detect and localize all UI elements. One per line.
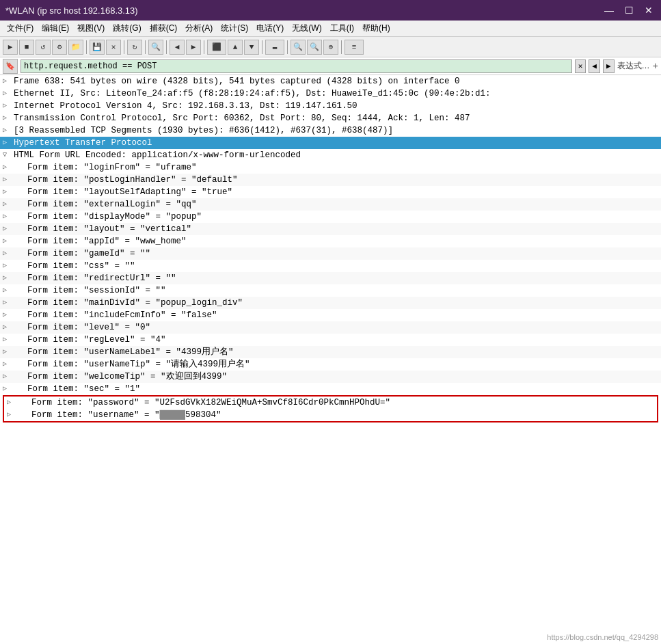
toolbar-mark[interactable]: ⬛ bbox=[207, 40, 226, 55]
form-item-row[interactable]: ▷Form item: "layout" = "vertical" bbox=[0, 223, 661, 235]
form-item-row[interactable]: ▷Form item: "regLevel" = "4" bbox=[0, 334, 661, 346]
expand-icon-form-item[interactable]: ▷ bbox=[3, 186, 12, 198]
form-item-row[interactable]: ▷Form item: "includeFcmInfo" = "false" bbox=[0, 309, 661, 321]
http-row[interactable]: ▷ Hypertext Transfer Protocol bbox=[0, 137, 661, 149]
toolbar-forward[interactable]: ▶ bbox=[186, 40, 201, 55]
expand-icon-http[interactable]: ▷ bbox=[3, 137, 12, 149]
expand-icon-username[interactable]: ▷ bbox=[7, 409, 16, 421]
toolbar-reload[interactable]: ↻ bbox=[127, 40, 142, 55]
ethernet-row[interactable]: ▷ Ethernet II, Src: LiteonTe_24:af:f5 (f… bbox=[0, 88, 661, 100]
form-item-row[interactable]: ▷Form item: "css" = "" bbox=[0, 260, 661, 272]
expand-icon-tcp[interactable]: ▷ bbox=[3, 112, 12, 124]
menu-telephone[interactable]: 电话(Y) bbox=[252, 21, 288, 36]
filter-clear-button[interactable]: ✕ bbox=[575, 59, 586, 73]
form-item-row[interactable]: ▷Form item: "mainDivId" = "popup_login_d… bbox=[0, 297, 661, 309]
toolbar-up[interactable]: ▲ bbox=[228, 40, 243, 55]
expand-icon-form-item[interactable]: ▷ bbox=[3, 198, 12, 211]
menu-capture[interactable]: 捕获(C) bbox=[146, 21, 182, 36]
html-form-row[interactable]: ▽ HTML Form URL Encoded: application/x-w… bbox=[0, 149, 661, 161]
expand-icon-frame[interactable]: ▷ bbox=[3, 75, 12, 88]
frame-row[interactable]: ▷ Frame 638: 541 bytes on wire (4328 bit… bbox=[0, 75, 661, 88]
menu-edit[interactable]: 编辑(E) bbox=[38, 21, 73, 36]
form-item-row[interactable]: ▷Form item: "appId" = "www_home" bbox=[0, 235, 661, 247]
tcp-reassembled-row[interactable]: ▷ [3 Reassembled TCP Segments (1930 byte… bbox=[0, 124, 661, 137]
form-item-row[interactable]: ▷Form item: "sessionId" = "" bbox=[0, 284, 661, 297]
menu-wireless[interactable]: 无线(W) bbox=[288, 21, 325, 36]
ip-row[interactable]: ▷ Internet Protocol Version 4, Src: 192.… bbox=[0, 100, 661, 112]
form-item-row[interactable]: ▷Form item: "userNameTip" = "请输入4399用户名" bbox=[0, 358, 661, 371]
menu-goto[interactable]: 跳转(G) bbox=[109, 21, 145, 36]
filter-bookmark-icon[interactable]: 🔖 bbox=[3, 59, 18, 74]
menu-tools[interactable]: 工具(I) bbox=[326, 21, 358, 36]
filter-expression-label[interactable]: 表达式… bbox=[617, 60, 650, 72]
expand-icon-html-form[interactable]: ▽ bbox=[3, 149, 12, 161]
expand-icon-form-item[interactable]: ▷ bbox=[3, 260, 12, 272]
toolbar-close[interactable]: ✕ bbox=[106, 40, 121, 55]
toolbar-down[interactable]: ▼ bbox=[244, 40, 259, 55]
menu-help[interactable]: 帮助(H) bbox=[358, 21, 394, 36]
toolbar-save[interactable]: 💾 bbox=[90, 40, 105, 55]
expand-icon-form-item[interactable]: ▷ bbox=[3, 321, 12, 334]
expand-icon-form-item[interactable]: ▷ bbox=[3, 223, 12, 235]
minimize-button[interactable]: — bbox=[602, 5, 617, 15]
toolbar-columns[interactable]: ≡ bbox=[345, 40, 364, 55]
expand-icon-form-item[interactable]: ▷ bbox=[3, 211, 12, 223]
form-item-row[interactable]: ▷Form item: "postLoginHandler" = "defaul… bbox=[0, 174, 661, 186]
window-controls[interactable]: — ☐ ✕ bbox=[602, 5, 656, 15]
form-item-text: Form item: "regLevel" = "4" bbox=[27, 334, 166, 346]
expand-icon-form-item[interactable]: ▷ bbox=[3, 346, 12, 358]
form-item-text: Form item: "includeFcmInfo" = "false" bbox=[27, 309, 217, 321]
toolbar-zoom-out[interactable]: 🔍 bbox=[307, 40, 322, 55]
expand-icon-ethernet[interactable]: ▷ bbox=[3, 88, 12, 100]
filter-add-button[interactable]: + bbox=[653, 61, 658, 72]
form-item-row[interactable]: ▷Form item: "externalLogin" = "qq" bbox=[0, 198, 661, 211]
toolbar-start[interactable]: ▶ bbox=[3, 40, 18, 55]
toolbar-colorize[interactable]: ▬ bbox=[265, 40, 284, 55]
password-row[interactable]: ▷ Form item: "password" = "U2FsdGVkX182W… bbox=[4, 397, 657, 409]
form-item-row[interactable]: ▷Form item: "userNameLabel" = "4399用户名" bbox=[0, 346, 661, 358]
expand-icon-form-item[interactable]: ▷ bbox=[3, 272, 12, 284]
expand-icon-form-item[interactable]: ▷ bbox=[3, 383, 12, 395]
expand-icon-form-item[interactable]: ▷ bbox=[3, 309, 12, 321]
expand-icon-form-item[interactable]: ▷ bbox=[3, 161, 12, 174]
expand-icon-ip[interactable]: ▷ bbox=[3, 100, 12, 112]
toolbar-stop[interactable]: ■ bbox=[19, 40, 34, 55]
username-row[interactable]: ▷ Form item: "username" = "█████598304" bbox=[4, 409, 657, 421]
expand-icon-form-item[interactable]: ▷ bbox=[3, 297, 12, 309]
expand-icon-form-item[interactable]: ▷ bbox=[3, 174, 12, 186]
close-button[interactable]: ✕ bbox=[642, 5, 656, 15]
form-item-row[interactable]: ▷Form item: "level" = "0" bbox=[0, 321, 661, 334]
form-item-row[interactable]: ▷Form item: "welcomeTip" = "欢迎回到4399" bbox=[0, 371, 661, 383]
form-item-row[interactable]: ▷Form item: "gameId" = "" bbox=[0, 247, 661, 260]
filter-nav-right[interactable]: ▶ bbox=[603, 59, 615, 73]
toolbar-find[interactable]: 🔍 bbox=[148, 40, 163, 55]
filter-bar: 🔖 ✕ ◀ ▶ 表达式… + bbox=[0, 57, 661, 75]
expand-icon-form-item[interactable]: ▷ bbox=[3, 284, 12, 297]
expand-icon-form-item[interactable]: ▷ bbox=[3, 334, 12, 346]
tcp-row[interactable]: ▷ Transmission Control Protocol, Src Por… bbox=[0, 112, 661, 124]
expand-icon-form-item[interactable]: ▷ bbox=[3, 247, 12, 260]
toolbar-back[interactable]: ◀ bbox=[170, 40, 185, 55]
menu-view[interactable]: 视图(V) bbox=[73, 21, 109, 36]
form-item-row[interactable]: ▷Form item: "redirectUrl" = "" bbox=[0, 272, 661, 284]
form-item-row[interactable]: ▷Form item: "loginFrom" = "uframe" bbox=[0, 161, 661, 174]
maximize-button[interactable]: ☐ bbox=[622, 5, 636, 15]
toolbar-options[interactable]: ⚙ bbox=[52, 40, 67, 55]
expand-icon-form-item[interactable]: ▷ bbox=[3, 371, 12, 383]
menu-analyze[interactable]: 分析(A) bbox=[181, 21, 217, 36]
menu-statistics[interactable]: 统计(S) bbox=[217, 21, 252, 36]
expand-icon-tcp-reassembled[interactable]: ▷ bbox=[3, 124, 12, 137]
form-item-row[interactable]: ▷Form item: "sec" = "1" bbox=[0, 383, 661, 395]
filter-input[interactable] bbox=[21, 59, 572, 73]
form-item-row[interactable]: ▷Form item: "displayMode" = "popup" bbox=[0, 211, 661, 223]
expand-icon-password[interactable]: ▷ bbox=[7, 397, 16, 409]
toolbar-zoom-reset[interactable]: ⊕ bbox=[323, 40, 338, 55]
filter-nav-left[interactable]: ◀ bbox=[589, 59, 600, 73]
expand-icon-form-item[interactable]: ▷ bbox=[3, 358, 12, 371]
form-item-row[interactable]: ▷Form item: "layoutSelfAdapting" = "true… bbox=[0, 186, 661, 198]
expand-icon-form-item[interactable]: ▷ bbox=[3, 235, 12, 247]
menu-file[interactable]: 文件(F) bbox=[3, 21, 38, 36]
toolbar-zoom-in[interactable]: 🔍 bbox=[291, 40, 306, 55]
toolbar-restart[interactable]: ↺ bbox=[36, 40, 51, 55]
toolbar-open[interactable]: 📁 bbox=[68, 40, 83, 55]
